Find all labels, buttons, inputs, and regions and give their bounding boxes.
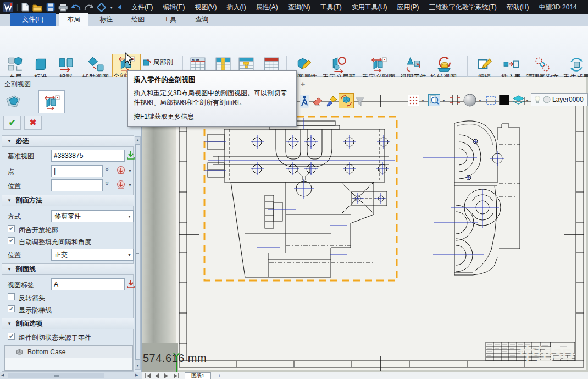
- point-expand-icon[interactable]: »: [103, 167, 112, 171]
- view-manipulation-button[interactable]: [339, 93, 354, 108]
- filter-icon[interactable]: [355, 97, 365, 107]
- layer-sphere-icon[interactable]: [543, 96, 551, 103]
- point-pick-icon[interactable]: [117, 166, 125, 175]
- component-list-item[interactable]: Bottom Case: [5, 346, 132, 358]
- eraser-icon[interactable]: [312, 97, 323, 107]
- view-navigation-icon[interactable]: [97, 3, 106, 12]
- new-file-icon[interactable]: [21, 3, 29, 12]
- section-header-method[interactable]: ▼剖面方法: [2, 195, 134, 206]
- collapse-icon[interactable]: ▼: [7, 139, 12, 144]
- panel-tab-3d-icon[interactable]: [5, 95, 21, 109]
- print-icon[interactable]: [58, 3, 68, 12]
- position-options-dropdown-icon[interactable]: ▼: [128, 183, 132, 187]
- close-profile-label[interactable]: 闭合开放轮廓: [19, 226, 58, 235]
- method-select[interactable]: 修剪零件▼: [51, 210, 134, 222]
- selection-box-icon[interactable]: [486, 95, 496, 106]
- select-dropdown-icon[interactable]: ▼: [127, 253, 131, 257]
- menu-insert[interactable]: 插入(I): [221, 3, 251, 12]
- first-sheet-icon[interactable]: [145, 373, 151, 378]
- tab-tools[interactable]: 工具: [156, 13, 184, 26]
- menu-view[interactable]: 视图(V): [190, 3, 221, 12]
- cancel-button[interactable]: ✖: [24, 116, 42, 130]
- zoom-preview-button[interactable]: [428, 94, 440, 106]
- menu-attribute[interactable]: 属性(A): [251, 3, 283, 12]
- scroll-down-icon[interactable]: ▼: [135, 362, 140, 369]
- add-sheet-button[interactable]: +: [218, 372, 221, 379]
- panel-vertical-scrollbar[interactable]: ▲ ▼: [135, 136, 141, 370]
- walk-through-icon[interactable]: [300, 95, 309, 108]
- brush-icon[interactable]: [326, 96, 337, 107]
- layers-icon[interactable]: [512, 94, 525, 106]
- point-grid-button[interactable]: [408, 95, 419, 106]
- show-step-checkbox[interactable]: ✔: [8, 305, 15, 312]
- tab-file[interactable]: 文件(F): [10, 13, 56, 26]
- hscroll-left-icon[interactable]: ◀: [1, 373, 4, 377]
- auto-adjust-label[interactable]: 自动调整填充间隔和角度: [19, 238, 91, 247]
- hscroll-right-icon[interactable]: ▶: [135, 373, 138, 377]
- tab-annotation[interactable]: 标注: [92, 13, 120, 26]
- tab-layout[interactable]: 布局: [59, 13, 88, 26]
- view-tag-pick-icon[interactable]: [126, 279, 135, 289]
- layer-combo[interactable]: Layer0000: [531, 93, 588, 106]
- close-profile-checkbox[interactable]: ✔: [8, 225, 15, 232]
- point-input[interactable]: |: [51, 165, 103, 177]
- collapse-icon[interactable]: ▼: [7, 267, 12, 272]
- auto-adjust-checkbox[interactable]: ✔: [8, 237, 15, 244]
- layers-dropdown-icon[interactable]: ▼: [525, 98, 529, 102]
- view-tag-input[interactable]: A: [51, 278, 125, 290]
- current-color-swatch[interactable]: [499, 95, 509, 105]
- prev-sheet-icon[interactable]: [154, 373, 159, 378]
- hscroll-thumb[interactable]: [8, 373, 104, 378]
- open-file-icon[interactable]: [32, 3, 43, 12]
- collapse-left-icon[interactable]: [117, 4, 122, 10]
- sheet-tab[interactable]: 图纸1: [185, 372, 211, 379]
- menu-3d-teaching-system[interactable]: 三维数字化教学系统(T): [424, 3, 501, 12]
- save-icon[interactable]: [46, 3, 55, 12]
- base-view-input[interactable]: #3833875: [51, 150, 125, 162]
- menu-inquire[interactable]: 查询(N): [283, 3, 315, 12]
- collapse-icon[interactable]: ▼: [7, 198, 12, 203]
- orientation-select[interactable]: 正交▼: [51, 249, 134, 261]
- last-sheet-icon[interactable]: [173, 373, 179, 378]
- component-list[interactable]: Bottom Case: [4, 345, 133, 371]
- position-pick-icon[interactable]: [117, 180, 125, 190]
- display-mode-dropdown-icon[interactable]: ▼: [478, 98, 482, 102]
- point-grid-dropdown-icon[interactable]: ▼: [421, 98, 425, 102]
- menu-applications[interactable]: 应用(P): [392, 3, 424, 12]
- panel-horizontal-scrollbar[interactable]: ◀ ▶: [0, 372, 142, 379]
- local-section-button[interactable]: 局部剖: [143, 57, 173, 68]
- section-tool-icon[interactable]: [450, 95, 461, 106]
- quickbar-dropdown-icon[interactable]: ▼: [109, 6, 113, 9]
- section-header-hatch[interactable]: ▼剖面线: [2, 263, 134, 275]
- section-header-required[interactable]: ▼必选: [2, 135, 134, 147]
- collapse-icon[interactable]: ▼: [7, 321, 12, 326]
- undo-icon[interactable]: [71, 3, 81, 11]
- redo-icon[interactable]: [84, 3, 93, 11]
- next-sheet-icon[interactable]: [164, 373, 169, 378]
- flip-arrow-checkbox[interactable]: [8, 293, 15, 300]
- ok-button[interactable]: ✔: [3, 116, 21, 130]
- scrollbar-thumb[interactable]: [135, 144, 140, 360]
- menu-edit[interactable]: 编辑(E): [158, 3, 190, 12]
- menu-utilities[interactable]: 实用工具(U): [347, 3, 392, 12]
- display-mode-sphere-icon[interactable]: [463, 93, 477, 107]
- tab-drawing[interactable]: 绘图: [124, 13, 152, 26]
- show-step-label[interactable]: 显示阶梯线: [19, 306, 52, 315]
- tab-inquire[interactable]: 查询: [187, 13, 216, 26]
- bulb-icon[interactable]: [534, 95, 541, 104]
- menu-file[interactable]: 文件(F): [126, 3, 158, 12]
- panel-tab-section[interactable]: [38, 90, 65, 113]
- menu-tools[interactable]: 工具(T): [315, 3, 346, 12]
- scroll-up-icon[interactable]: ▲: [135, 137, 140, 143]
- section-header-options[interactable]: ▼剖面选项: [2, 318, 134, 329]
- flip-arrow-label[interactable]: 反转箭头: [19, 294, 45, 303]
- position-input[interactable]: [51, 179, 103, 191]
- select-dropdown-icon[interactable]: ▼: [127, 215, 131, 218]
- menu-help[interactable]: 帮助(H): [502, 3, 534, 12]
- base-view-pick-icon[interactable]: [126, 150, 135, 160]
- point-options-dropdown-icon[interactable]: ▼: [128, 169, 132, 173]
- component-state-checkbox[interactable]: ✔: [8, 333, 15, 340]
- component-state-label[interactable]: 组件剖切状态来源于零件: [19, 333, 91, 343]
- position-expand-icon[interactable]: »: [103, 182, 112, 185]
- zoom-preview-dropdown-icon[interactable]: ▼: [442, 98, 446, 102]
